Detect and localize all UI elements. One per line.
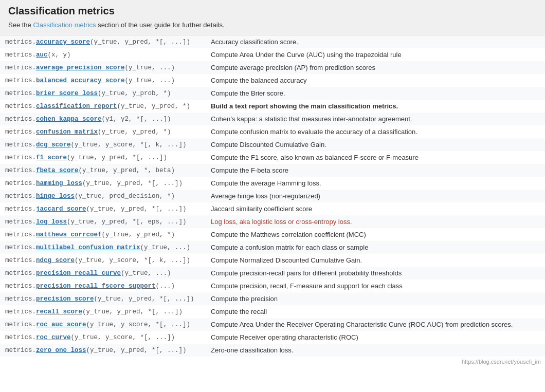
- func-prefix: metrics.: [5, 141, 36, 148]
- subtitle-prefix: See the: [8, 21, 33, 29]
- func-cell: metrics.precision_recall_fscore_support(…: [0, 279, 206, 292]
- func-name-link[interactable]: roc_curve: [36, 334, 71, 341]
- func-name-link[interactable]: hinge_loss: [36, 193, 75, 200]
- func-prefix: metrics.: [5, 154, 36, 161]
- func-prefix: metrics.: [5, 116, 36, 123]
- func-params: (y1, y2, *[, ...]): [102, 116, 171, 123]
- table-row: metrics.auc(x, y)Compute Area Under the …: [0, 48, 545, 61]
- desc-cell: Compute Area Under the Receiver Operatin…: [206, 318, 545, 331]
- func-prefix: metrics.: [5, 334, 36, 341]
- func-name-link[interactable]: recall_score: [36, 308, 82, 315]
- desc-cell: Compute Discounted Cumulative Gain.: [206, 138, 545, 151]
- func-cell: metrics.accuracy_score(y_true, y_pred, *…: [0, 35, 206, 48]
- table-row: metrics.dcg_score(y_true, y_score, *[, k…: [0, 138, 545, 151]
- func-params: (y_true, y_pred, *): [102, 231, 175, 238]
- page-container: Classification metrics See the Classific…: [0, 0, 545, 367]
- func-params: (y_true, y_prob, *): [98, 90, 171, 97]
- func-prefix: metrics.: [5, 180, 36, 187]
- desc-cell: Compute the average Hamming loss.: [206, 177, 545, 190]
- func-name-link[interactable]: precision_recall_curve: [36, 270, 121, 277]
- table-row: metrics.matthews_corrcoef(y_true, y_pred…: [0, 228, 545, 241]
- table-row: metrics.f1_score(y_true, y_pred, *[, ...…: [0, 151, 545, 164]
- func-name-link[interactable]: average_precision_score: [36, 64, 125, 71]
- func-cell: metrics.zero_one_loss(y_true, y_pred, *[…: [0, 344, 206, 357]
- desc-cell: Compute precision-recall pairs for diffe…: [206, 267, 545, 279]
- table-row: metrics.balanced_accuracy_score(y_true, …: [0, 74, 545, 87]
- subtitle-link[interactable]: Classification metrics: [33, 21, 96, 29]
- desc-cell: Log loss, aka logistic loss or cross-ent…: [206, 215, 545, 228]
- func-name-link[interactable]: multilabel_confusion_matrix: [36, 244, 140, 251]
- func-name-link[interactable]: classification_report: [36, 103, 117, 110]
- func-cell: metrics.hinge_loss(y_true, pred_decision…: [0, 190, 206, 202]
- desc-link[interactable]: Log loss, aka logistic loss or cross-ent…: [211, 218, 352, 226]
- func-prefix: metrics.: [5, 77, 36, 84]
- func-name-link[interactable]: cohen_kappa_score: [36, 116, 102, 123]
- func-prefix: metrics.: [5, 39, 36, 46]
- desc-cell: Compute the Matthews correlation coeffic…: [206, 228, 545, 241]
- watermark: https://blog.csdn.net/yousefi_im: [0, 357, 545, 367]
- func-cell: metrics.roc_auc_score(y_true, y_score, *…: [0, 318, 206, 331]
- func-params: (y_true, y_pred, *[, ...]): [82, 180, 183, 187]
- func-name-link[interactable]: ndcg_score: [36, 257, 75, 264]
- desc-cell: Compute Area Under the Curve (AUC) using…: [206, 48, 545, 61]
- desc-cell: Jaccard similarity coefficient score: [206, 202, 545, 215]
- desc-text: Build a text report showing the main cla…: [211, 102, 398, 110]
- func-params: (...): [156, 283, 175, 290]
- func-params: (y_true, y_pred, *): [98, 128, 171, 136]
- table-row: metrics.zero_one_loss(y_true, y_pred, *[…: [0, 344, 545, 357]
- table-row: metrics.log_loss(y_true, y_pred, *[, eps…: [0, 215, 545, 228]
- func-prefix: metrics.: [5, 90, 36, 97]
- func-name-link[interactable]: balanced_accuracy_score: [36, 77, 125, 84]
- func-cell: metrics.jaccard_score(y_true, y_pred, *[…: [0, 202, 206, 215]
- func-cell: metrics.log_loss(y_true, y_pred, *[, eps…: [0, 215, 206, 228]
- func-name-link[interactable]: dcg_score: [36, 141, 71, 148]
- func-prefix: metrics.: [5, 347, 36, 354]
- func-cell: metrics.brier_score_loss(y_true, y_prob,…: [0, 87, 206, 100]
- func-name-link[interactable]: matthews_corrcoef: [36, 231, 102, 238]
- func-cell: metrics.matthews_corrcoef(y_true, y_pred…: [0, 228, 206, 241]
- func-cell: metrics.average_precision_score(y_true, …: [0, 61, 206, 74]
- func-params: (y_true, y_score, *[, ...]): [86, 321, 191, 328]
- func-name-link[interactable]: brier_score_loss: [36, 90, 98, 97]
- func-prefix: metrics.: [5, 231, 36, 238]
- func-name-link[interactable]: precision_score: [36, 295, 94, 303]
- page-title: Classification metrics: [8, 5, 537, 17]
- func-prefix: metrics.: [5, 257, 36, 264]
- func-params: (y_true, ...): [140, 244, 191, 251]
- desc-cell: Compute the F1 score, also known as bala…: [206, 151, 545, 164]
- func-params: (y_true, y_pred, *[, ...]): [86, 206, 187, 213]
- func-params: (y_true, y_pred, *[, ...]): [94, 295, 194, 303]
- desc-cell: Average hinge loss (non-regularized): [206, 190, 545, 202]
- func-name-link[interactable]: confusion_matrix: [36, 128, 98, 136]
- func-name-link[interactable]: fbeta_score: [36, 167, 79, 174]
- func-params: (y_true, y_pred, *[, ...]): [90, 39, 190, 46]
- func-name-link[interactable]: hamming_loss: [36, 180, 82, 187]
- func-cell: metrics.hamming_loss(y_true, y_pred, *[,…: [0, 177, 206, 190]
- func-params: (y_true, y_pred, *[, ...]): [86, 347, 187, 354]
- func-name-link[interactable]: accuracy_score: [36, 39, 90, 46]
- table-row: metrics.recall_score(y_true, y_pred, *[,…: [0, 305, 545, 318]
- subtitle-suffix: section of the user guide for further de…: [96, 21, 225, 29]
- table-row: metrics.jaccard_score(y_true, y_pred, *[…: [0, 202, 545, 215]
- func-cell: metrics.f1_score(y_true, y_pred, *[, ...…: [0, 151, 206, 164]
- func-cell: metrics.confusion_matrix(y_true, y_pred,…: [0, 125, 206, 138]
- func-prefix: metrics.: [5, 51, 36, 59]
- func-name-link[interactable]: precision_recall_fscore_support: [36, 283, 156, 290]
- func-cell: metrics.dcg_score(y_true, y_score, *[, k…: [0, 138, 206, 151]
- desc-cell: Compute the recall: [206, 305, 545, 318]
- func-name-link[interactable]: roc_auc_score: [36, 321, 86, 328]
- func-cell: metrics.fbeta_score(y_true, y_pred, *, b…: [0, 164, 206, 177]
- desc-cell: Compute Normalized Discounted Cumulative…: [206, 254, 545, 267]
- desc-cell: Compute confusion matrix to evaluate the…: [206, 125, 545, 138]
- func-name-link[interactable]: jaccard_score: [36, 206, 86, 213]
- func-name-link[interactable]: zero_one_loss: [36, 347, 86, 354]
- func-name-link[interactable]: f1_score: [36, 154, 67, 161]
- table-row: metrics.brier_score_loss(y_true, y_prob,…: [0, 87, 545, 100]
- func-params: (y_true, y_score, *[, ...]): [71, 334, 175, 341]
- func-cell: metrics.auc(x, y): [0, 48, 206, 61]
- table-row: metrics.precision_recall_curve(y_true, .…: [0, 267, 545, 279]
- desc-cell: Compute the precision: [206, 292, 545, 305]
- func-name-link[interactable]: auc: [36, 51, 48, 59]
- func-name-link[interactable]: log_loss: [36, 218, 67, 226]
- func-cell: metrics.recall_score(y_true, y_pred, *[,…: [0, 305, 206, 318]
